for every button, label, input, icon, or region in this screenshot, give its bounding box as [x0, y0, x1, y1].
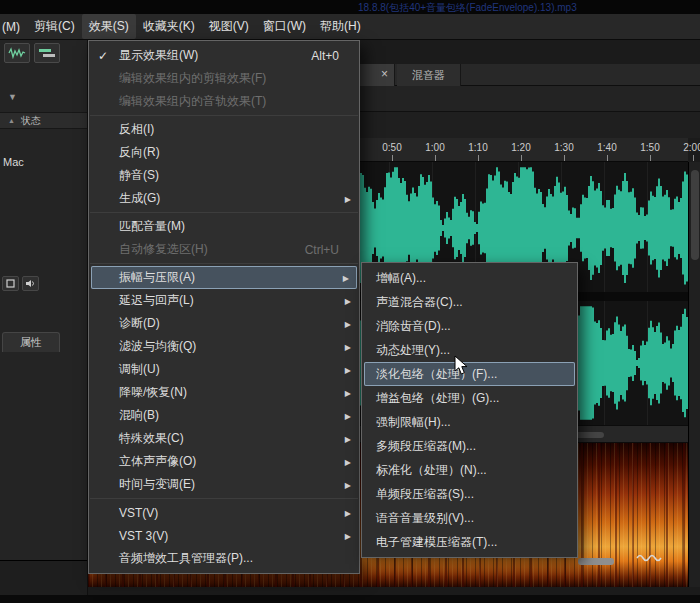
timeline-tick — [392, 155, 393, 161]
menu-separator — [90, 498, 358, 499]
menu-item-special-effects[interactable]: 特殊效果(C) ▶ — [89, 427, 359, 450]
menu-item-noise-reduction[interactable]: 降噪/恢复(N) ▶ — [89, 381, 359, 404]
timeline-tick — [478, 155, 479, 161]
check-icon: ✓ — [98, 49, 108, 63]
speaker-icon — [25, 279, 36, 288]
menubar-item-window[interactable]: 窗口(W) — [256, 14, 313, 39]
menu-item-diagnostics[interactable]: 诊断(D) ▶ — [89, 312, 359, 335]
submenu-item-normalize[interactable]: 标准化（处理）(N)... — [362, 458, 577, 482]
submenu-arrow-icon: ▶ — [345, 480, 351, 489]
submenu-item-multiband-compressor[interactable]: 多频段压缩器(M)... — [362, 434, 577, 458]
mixer-tab-label: 混音器 — [412, 68, 445, 83]
menu-item-filter-eq[interactable]: 滤波与均衡(Q) ▶ — [89, 335, 359, 358]
submenu-item-tube-modeled-compressor[interactable]: 电子管建模压缩器(T)... — [362, 530, 577, 554]
files-list-header[interactable]: ▲ 状态 — [0, 112, 87, 129]
menu-item-plugin-manager[interactable]: 音频增效工具管理器(P)... — [89, 547, 359, 570]
effects-menu: ✓ 显示效果组(W) Alt+0 编辑效果组内的剪辑效果(F) 编辑效果组内的音… — [88, 40, 360, 574]
menu-item-reverb[interactable]: 混响(B) ▶ — [89, 404, 359, 427]
menu-separator — [90, 212, 358, 213]
amplitude-compression-submenu: 增幅(A)... 声道混合器(C)... 消除齿音(D)... 动态处理(Y).… — [361, 262, 578, 558]
menu-item-modulation[interactable]: 调制(U) ▶ — [89, 358, 359, 381]
auto-play-button[interactable] — [2, 276, 19, 291]
submenu-item-hard-limiter[interactable]: 强制限幅(H)... — [362, 410, 577, 434]
files-panel: ▼ ▲ 状态 Mac 属性 — [0, 40, 88, 603]
submenu-arrow-icon: ▶ — [345, 342, 351, 351]
submenu-item-speech-volume-leveler[interactable]: 语音音量级别(V)... — [362, 506, 577, 530]
waveform-icon — [8, 47, 26, 59]
submenu-arrow-icon: ▶ — [345, 194, 351, 203]
menu-item-time-pitch[interactable]: 时间与变调(E) ▶ — [89, 473, 359, 496]
close-icon[interactable]: × — [381, 67, 388, 81]
menubar-item-file[interactable]: (M) — [0, 16, 27, 38]
menu-item-amplitude-compression[interactable]: 振幅与压限(A) ▶ — [91, 266, 357, 289]
menu-item-generate[interactable]: 生成(G) ▶ — [89, 187, 359, 210]
overlay-title: 18.8.8(包括40+音量包络(FadeEnvelope).13).mp3 — [358, 1, 577, 15]
zoom-scrollbar[interactable] — [578, 558, 614, 565]
timeline-tick — [693, 155, 694, 161]
menubar-item-help[interactable]: 帮助(H) — [313, 14, 368, 39]
timeline-tick-label: 2:00 — [683, 142, 700, 153]
menu-item-vst3[interactable]: VST 3(V) ▶ — [89, 524, 359, 547]
submenu-arrow-icon: ▶ — [345, 319, 351, 328]
timeline-tick-label: 1:50 — [640, 142, 659, 153]
timeline-tick-label: 0:50 — [382, 142, 401, 153]
submenu-arrow-icon: ▶ — [345, 531, 351, 540]
sort-arrow-icon: ▲ — [8, 117, 15, 124]
menu-item-reverse[interactable]: 反向(R) — [89, 141, 359, 164]
vertical-scrollbar[interactable] — [688, 162, 700, 587]
scroll-squiggle-icon[interactable] — [636, 552, 662, 564]
menu-item-delay-echo[interactable]: 延迟与回声(L) ▶ — [89, 289, 359, 312]
dropdown-caret-icon[interactable]: ▼ — [8, 92, 17, 102]
submenu-arrow-icon: ▶ — [343, 273, 349, 282]
menu-item-show-effects-rack[interactable]: ✓ 显示效果组(W) Alt+0 — [89, 44, 359, 67]
menubar-item-effects[interactable]: 效果(S) — [82, 14, 136, 39]
audition-window: 18.8.8(包括40+音量包络(FadeEnvelope).13).mp3 (… — [0, 0, 700, 603]
menu-item-match-volume[interactable]: 匹配音量(M) — [89, 215, 359, 238]
submenu-arrow-icon: ▶ — [345, 365, 351, 374]
submenu-arrow-icon: ▶ — [345, 434, 351, 443]
menu-item-auto-heal[interactable]: 自动修复选区(H) Ctrl+U — [89, 238, 359, 261]
menu-item-edit-track-effects[interactable]: 编辑效果组内的音轨效果(T) — [89, 90, 359, 113]
submenu-arrow-icon: ▶ — [345, 457, 351, 466]
menubar-item-favorites[interactable]: 收藏夹(K) — [136, 14, 202, 39]
scrollbar-handle[interactable] — [691, 170, 699, 260]
menu-item-vst[interactable]: VST(V) ▶ — [89, 501, 359, 524]
timeline-tick — [607, 155, 608, 161]
timeline-tick-label: 1:10 — [468, 142, 487, 153]
multitrack-view-button[interactable] — [34, 43, 60, 63]
menu-item-edit-clip-effects[interactable]: 编辑效果组内的剪辑效果(F) — [89, 67, 359, 90]
timeline-tick — [650, 155, 651, 161]
menu-bar: (M) 剪辑(C) 效果(S) 收藏夹(K) 视图(V) 窗口(W) 帮助(H) — [0, 14, 700, 40]
submenu-item-single-band-compressor[interactable]: 单频段压缩器(S)... — [362, 482, 577, 506]
menu-item-stereo-imagery[interactable]: 立体声声像(O) ▶ — [89, 450, 359, 473]
tab-mixer[interactable]: 混音器 — [397, 64, 461, 86]
submenu-arrow-icon: ▶ — [345, 296, 351, 305]
status-column-header: 状态 — [21, 114, 41, 128]
speaker-button[interactable] — [22, 276, 39, 291]
menubar-item-clip[interactable]: 剪辑(C) — [27, 14, 82, 39]
mouse-cursor — [454, 355, 470, 377]
box-icon — [6, 279, 15, 288]
preview-controls — [2, 276, 39, 291]
menubar-item-view[interactable]: 视图(V) — [202, 14, 256, 39]
file-list-item[interactable]: Mac — [3, 156, 24, 168]
menu-item-invert[interactable]: 反相(I) — [89, 118, 359, 141]
tab-properties[interactable]: 属性 — [2, 332, 60, 352]
timeline-tick — [564, 155, 565, 161]
submenu-item-amplify[interactable]: 增幅(A)... — [362, 266, 577, 290]
submenu-item-gain-envelope[interactable]: 增益包络（处理）(G)... — [362, 386, 577, 410]
menu-separator — [90, 115, 358, 116]
menu-separator — [90, 263, 358, 264]
submenu-item-deesser[interactable]: 消除齿音(D)... — [362, 314, 577, 338]
timeline-tick-label: 1:30 — [554, 142, 573, 153]
menu-item-silence[interactable]: 静音(S) — [89, 164, 359, 187]
submenu-item-channel-mixer[interactable]: 声道混合器(C)... — [362, 290, 577, 314]
status-strip — [0, 595, 700, 603]
timeline-tick — [435, 155, 436, 161]
waveform-view-button[interactable] — [4, 43, 30, 63]
submenu-arrow-icon: ▶ — [345, 508, 351, 517]
timeline-tick-label: 1:00 — [425, 142, 444, 153]
properties-tab-label: 属性 — [20, 335, 42, 350]
submenu-arrow-icon: ▶ — [345, 388, 351, 397]
title-bar: 18.8.8(包括40+音量包络(FadeEnvelope).13).mp3 — [0, 0, 700, 14]
